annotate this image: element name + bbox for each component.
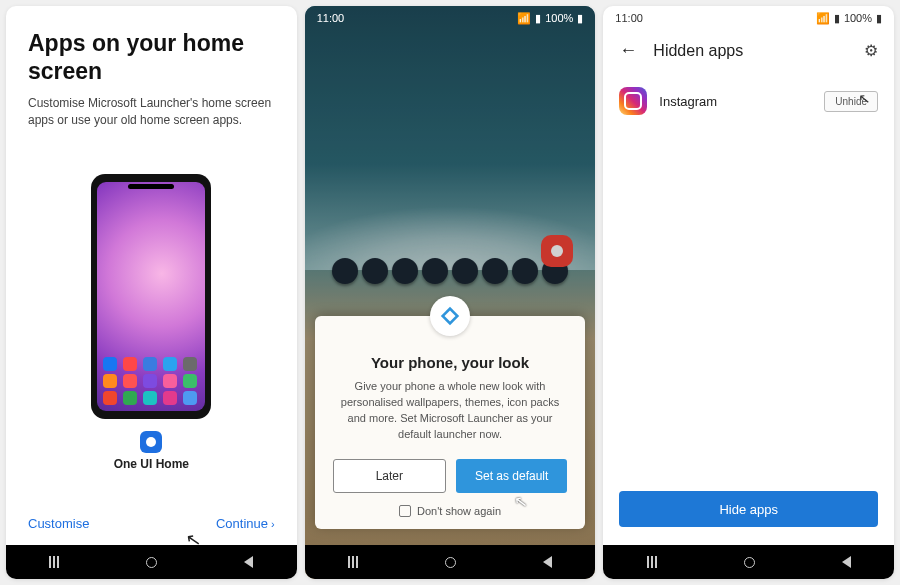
battery-icon: ▮ xyxy=(577,12,583,25)
header: ← Hidden apps ⚙ xyxy=(603,30,894,71)
nav-recent-icon[interactable] xyxy=(647,556,657,568)
setup-footer: Customise Continue› xyxy=(6,516,297,545)
nav-recent-icon[interactable] xyxy=(348,556,358,568)
hide-apps-button[interactable]: Hide apps xyxy=(619,491,878,527)
set-default-button[interactable]: Set as default xyxy=(456,459,567,493)
launcher-label: One UI Home xyxy=(114,457,189,471)
dont-show-row[interactable]: Don't show again xyxy=(333,505,568,517)
nav-back-icon[interactable] xyxy=(842,556,851,568)
wifi-icon: 📶 xyxy=(517,12,531,25)
preview-app-grid xyxy=(97,352,205,411)
phone-preview-screen xyxy=(97,182,205,411)
status-bar: 11:00 📶 ▮ 100% ▮ xyxy=(603,6,894,30)
chevron-right-icon: › xyxy=(271,518,275,530)
status-bar: 11:00 📶 ▮ 100% ▮ xyxy=(305,6,596,30)
continue-button[interactable]: Continue› xyxy=(216,516,275,531)
screen-launcher-setup: Apps on your home screen Customise Micro… xyxy=(6,6,297,579)
status-time: 11:00 xyxy=(317,12,345,24)
dialog-buttons: Later Set as default xyxy=(333,459,568,493)
nav-home-icon[interactable] xyxy=(445,557,456,568)
preview-container: One UI Home xyxy=(6,129,297,516)
hidden-apps-list: Instagram Unhide xyxy=(603,71,894,131)
customise-button[interactable]: Customise xyxy=(28,516,89,531)
one-ui-icon xyxy=(140,431,162,453)
nav-back-icon[interactable] xyxy=(244,556,253,568)
nav-home-icon[interactable] xyxy=(744,557,755,568)
nav-bar xyxy=(603,545,894,579)
dialog-text: Give your phone a whole new look with pe… xyxy=(333,379,568,443)
battery-text: 100% xyxy=(545,12,573,24)
battery-text: 100% xyxy=(844,12,872,24)
app-name-label: Instagram xyxy=(659,94,812,109)
cursor-icon: ↖ xyxy=(857,89,871,106)
dialog-title: Your phone, your look xyxy=(333,354,568,371)
later-button[interactable]: Later xyxy=(333,459,446,493)
wifi-icon: 📶 xyxy=(816,12,830,25)
nav-recent-icon[interactable] xyxy=(49,556,59,568)
instagram-icon xyxy=(619,87,647,115)
page-title: Hidden apps xyxy=(653,42,848,60)
ms-launcher-icon xyxy=(430,296,470,336)
signal-icon: ▮ xyxy=(535,12,541,25)
dont-show-label: Don't show again xyxy=(417,505,501,517)
gear-icon[interactable]: ⚙ xyxy=(864,41,878,60)
list-item: Instagram Unhide xyxy=(619,79,878,123)
screen-default-dialog: f ✆ 11:00 📶 ▮ 100% ▮ Your phone, your lo… xyxy=(305,6,596,579)
setup-subtitle: Customise Microsoft Launcher's home scre… xyxy=(28,95,275,129)
nav-back-icon[interactable] xyxy=(543,556,552,568)
checkbox-icon[interactable] xyxy=(399,505,411,517)
default-launcher-dialog: Your phone, your look Give your phone a … xyxy=(315,316,586,529)
phone-preview[interactable] xyxy=(91,174,211,419)
setup-title: Apps on your home screen xyxy=(28,30,275,85)
setup-content: Apps on your home screen Customise Micro… xyxy=(6,6,297,129)
nav-bar xyxy=(305,545,596,579)
screen-hidden-apps: 11:00 📶 ▮ 100% ▮ ← Hidden apps ⚙ Instagr… xyxy=(603,6,894,579)
nav-home-icon[interactable] xyxy=(146,557,157,568)
back-arrow-icon[interactable]: ← xyxy=(619,40,637,61)
status-time: 11:00 xyxy=(615,12,643,24)
nav-bar xyxy=(6,545,297,579)
signal-icon: ▮ xyxy=(834,12,840,25)
phone-notch xyxy=(128,184,174,189)
battery-icon: ▮ xyxy=(876,12,882,25)
